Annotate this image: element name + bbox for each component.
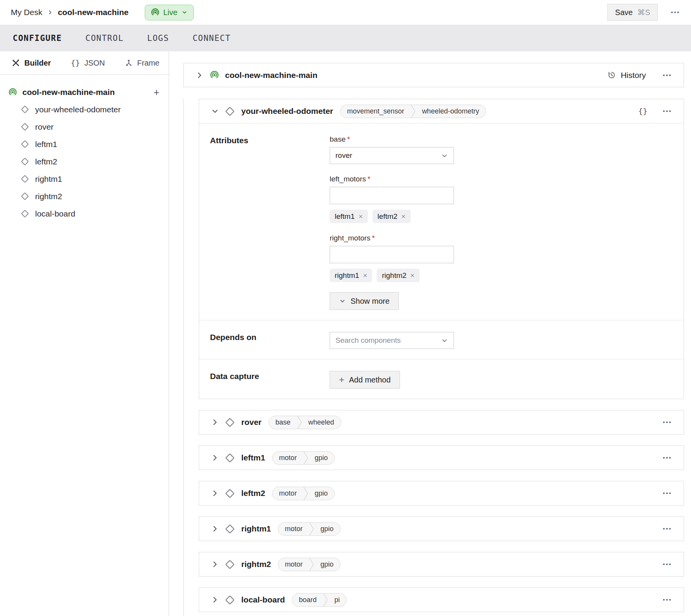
mode-json[interactable]: {} JSON	[71, 58, 105, 68]
component-more-options-button[interactable]: •••	[663, 455, 672, 460]
component-card-leftm2: leftm2 motor gpio •••	[199, 481, 684, 506]
component-diamond-icon	[21, 140, 29, 148]
component-type-badge: motor gpio	[278, 522, 340, 536]
plus-icon: +	[339, 375, 344, 384]
builder-tools-icon	[12, 59, 20, 67]
expand-chevron-right-icon[interactable]	[211, 454, 219, 462]
component-type-badge: base wheeled	[269, 416, 341, 429]
tab-configure[interactable]: CONFIGURE	[13, 34, 62, 43]
remove-chip-icon[interactable]: ×	[401, 212, 406, 221]
depends-on-select[interactable]: Search components	[330, 332, 454, 349]
expand-chevron-right-icon[interactable]	[195, 71, 204, 80]
right-motors-input[interactable]	[330, 246, 454, 263]
data-capture-heading: Data capture	[210, 371, 330, 389]
component-diamond-icon	[225, 453, 235, 463]
component-type: movement_sensor	[340, 105, 411, 118]
tree-item-rightm1[interactable]: rightm1	[8, 170, 159, 188]
tree-item-leftm2[interactable]: leftm2	[8, 153, 159, 170]
tab-control[interactable]: CONTROL	[85, 34, 124, 43]
chip-rightm1: rightm1 ×	[330, 269, 372, 282]
live-status-dropdown[interactable]: Live	[145, 5, 194, 20]
component-card-rightm1: rightm1 motor gpio •••	[199, 516, 684, 541]
chevron-down-icon	[441, 152, 448, 159]
required-asterisk: *	[372, 234, 375, 242]
machine-part-title: cool-new-machine-main	[225, 71, 317, 80]
component-tree: cool-new-machine-main + your-wheeled-odo…	[0, 75, 169, 222]
tree-item-local-board[interactable]: local-board	[8, 205, 159, 222]
depends-on-heading: Depends on	[210, 332, 330, 349]
add-component-button[interactable]: +	[154, 87, 159, 97]
view-json-button[interactable]: {}	[638, 107, 647, 116]
config-main-panel: cool-new-machine-main History •••	[169, 51, 691, 616]
chevron-separator-icon	[323, 593, 328, 607]
show-more-button[interactable]: Show more	[330, 292, 399, 310]
mode-builder[interactable]: Builder	[12, 59, 51, 68]
depends-on-placeholder: Search components	[335, 336, 401, 345]
component-diamond-icon	[21, 192, 29, 200]
chevron-down-icon	[441, 337, 448, 344]
remove-chip-icon[interactable]: ×	[410, 271, 415, 280]
live-broadcast-icon	[151, 8, 159, 17]
left-motors-input[interactable]	[330, 187, 454, 204]
save-button[interactable]: Save ⌘S	[607, 4, 658, 21]
main-tab-bar: CONFIGURE CONTROL LOGS CONNECT	[0, 25, 691, 51]
tree-machine-main[interactable]: cool-new-machine-main +	[8, 83, 159, 101]
component-more-options-button[interactable]: •••	[663, 491, 672, 496]
component-more-options-button[interactable]: •••	[663, 108, 672, 114]
chevron-separator-icon	[309, 558, 314, 571]
chevron-separator-icon	[303, 451, 308, 465]
odometer-component-card: your-wheeled-odometer movement_sensor wh…	[199, 99, 684, 399]
remove-chip-icon[interactable]: ×	[359, 212, 363, 221]
tree-item-rover[interactable]: rover	[8, 118, 159, 135]
tree-item-odometer[interactable]: your-wheeled-odometer	[8, 101, 159, 118]
component-more-options-button[interactable]: •••	[663, 597, 672, 602]
component-diamond-icon	[21, 157, 29, 166]
expand-chevron-right-icon[interactable]	[211, 418, 219, 426]
tab-logs[interactable]: LOGS	[147, 34, 169, 43]
history-clock-icon	[607, 71, 616, 80]
component-more-options-button[interactable]: •••	[663, 420, 672, 425]
tree-item-leftm1[interactable]: leftm1	[8, 135, 159, 153]
tab-connect[interactable]: CONNECT	[193, 34, 231, 43]
header-more-options-button[interactable]: •••	[671, 10, 680, 15]
component-more-options-button[interactable]: •••	[663, 526, 672, 531]
remove-chip-icon[interactable]: ×	[363, 271, 367, 280]
component-diamond-icon	[21, 123, 29, 131]
data-capture-section: Data capture + Add method	[199, 359, 684, 399]
breadcrumb-my-desk[interactable]: My Desk	[11, 8, 42, 17]
save-shortcut-hint: ⌘S	[637, 8, 650, 17]
component-diamond-icon	[21, 210, 29, 218]
component-type-badge: board pi	[292, 593, 347, 607]
required-asterisk: *	[368, 175, 370, 183]
tree-item-rightm2[interactable]: rightm2	[8, 188, 159, 205]
expand-chevron-right-icon[interactable]	[211, 560, 219, 569]
component-diamond-icon	[225, 418, 235, 427]
view-mode-switcher: Builder {} JSON Frame	[0, 51, 169, 75]
chip-leftm1: leftm1 ×	[330, 210, 368, 223]
base-select[interactable]: rover	[330, 147, 454, 164]
right-motors-field-label: right_motors*	[330, 234, 672, 242]
add-method-button[interactable]: + Add method	[330, 371, 400, 389]
component-more-options-button[interactable]: •••	[663, 562, 672, 567]
breadcrumb-machine-name: cool-new-machine	[58, 8, 129, 17]
expand-chevron-right-icon[interactable]	[211, 489, 219, 498]
component-cards-group: your-wheeled-odometer movement_sensor wh…	[183, 99, 684, 616]
expand-chevron-right-icon[interactable]	[211, 525, 219, 533]
component-model: wheeled-odometry	[415, 105, 486, 118]
collapse-chevron-down-icon[interactable]	[211, 107, 219, 115]
chip-rightm2: rightm2 ×	[377, 269, 419, 282]
history-button[interactable]: History	[607, 71, 646, 80]
breadcrumb: My Desk cool-new-machine	[11, 8, 129, 17]
expand-chevron-right-icon[interactable]	[211, 596, 219, 604]
machine-more-options-button[interactable]: •••	[663, 73, 672, 78]
component-diamond-icon	[225, 107, 235, 116]
machine-part-card: cool-new-machine-main History •••	[183, 63, 684, 87]
component-card-rover: rover base wheeled •••	[199, 410, 684, 435]
component-diamond-icon	[21, 175, 29, 183]
component-title: your-wheeled-odometer	[241, 107, 333, 116]
mode-frame[interactable]: Frame	[125, 59, 159, 68]
component-diamond-icon	[21, 105, 29, 113]
component-diamond-icon	[225, 560, 235, 569]
machine-broadcast-icon	[8, 88, 17, 96]
chevron-separator-icon	[309, 522, 314, 536]
